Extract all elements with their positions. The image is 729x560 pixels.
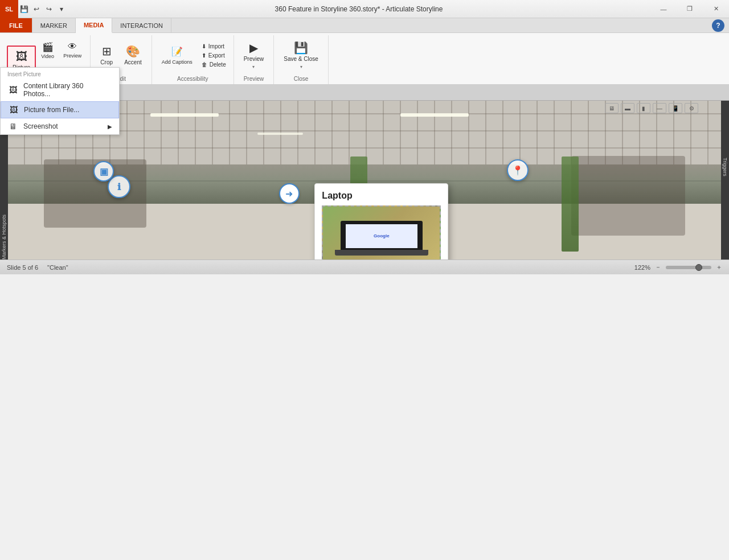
preview-slide-button[interactable]: ▶ Preview ▾ bbox=[239, 37, 269, 75]
laptop-base-display bbox=[335, 250, 428, 256]
ceiling-light-1 bbox=[150, 113, 219, 117]
tab-interaction[interactable]: INTERACTION bbox=[112, 18, 171, 32]
left-panel-label: Markers & Hotspots bbox=[1, 215, 7, 260]
zoom-thumb bbox=[695, 264, 702, 271]
preview-icon: 👁 bbox=[68, 42, 77, 52]
minimize-button[interactable]: — bbox=[650, 0, 677, 18]
settings-icon[interactable]: ⚙ bbox=[685, 103, 698, 113]
preview-group-label: Preview bbox=[244, 75, 264, 83]
phone-portrait-icon[interactable]: 📱 bbox=[669, 103, 682, 113]
slide-info: Slide 5 of 6 bbox=[7, 264, 38, 271]
tab-file[interactable]: FILE bbox=[0, 18, 32, 32]
tab-marker[interactable]: MARKER bbox=[32, 18, 76, 32]
quick-access-toolbar: 💾 ↩ ↪ ▾ bbox=[18, 3, 67, 15]
screenshot-item[interactable]: 🖥 Screenshot ▶ bbox=[1, 118, 119, 134]
accessibility-buttons: 📝 Add Captions ⬇ Import ⬆ Export 🗑 bbox=[157, 36, 229, 75]
delete-icon: 🗑 bbox=[202, 61, 207, 68]
video-button[interactable]: 🎬 Video bbox=[37, 36, 58, 64]
close-button[interactable]: ✕ bbox=[703, 0, 729, 18]
export-icon: ⬆ bbox=[202, 52, 206, 59]
window-title: 360 Feature in Storyline 360.story* - Ar… bbox=[67, 5, 650, 13]
title-bar: SL 💾 ↩ ↪ ▾ 360 Feature in Storyline 360.… bbox=[0, 0, 729, 18]
screenshot-icon: 🖥 bbox=[7, 122, 19, 131]
device-toolbar: 🖥 ▬ ▮ — 📱 ⚙ bbox=[605, 103, 698, 113]
popup-card: Laptop Google Laptops combine all the in… bbox=[314, 183, 448, 260]
add-captions-button[interactable]: 📝 Add Captions bbox=[157, 42, 198, 70]
restore-button[interactable]: ❒ bbox=[677, 0, 703, 18]
insert-picture-dropdown: Insert Picture 🖼 Content Library 360 Pho… bbox=[0, 67, 120, 135]
screenshot-submenu-arrow: ▶ bbox=[108, 123, 112, 130]
delete-caption-button[interactable]: 🗑 Delete bbox=[199, 60, 229, 69]
accessibility-group-label: Accessibility bbox=[177, 75, 208, 83]
preview-button[interactable]: 👁 Preview bbox=[59, 36, 85, 64]
location-icon: 📍 bbox=[512, 165, 523, 176]
accent-button[interactable]: 🎨 Accent bbox=[119, 37, 147, 75]
picture-from-file-icon: 🖼 bbox=[8, 105, 19, 114]
picture-icon: 🖼 bbox=[16, 51, 27, 62]
export-button[interactable]: ⬆ Export bbox=[199, 51, 229, 60]
status-right: 122% － ＋ bbox=[634, 263, 722, 271]
popup-image: Google bbox=[322, 205, 441, 260]
ribbon-group-accessibility: 📝 Add Captions ⬇ Import ⬆ Export 🗑 bbox=[152, 35, 234, 84]
undo-button[interactable]: ↩ bbox=[31, 3, 42, 15]
close-group-buttons: 💾 Save & Close ▾ bbox=[279, 36, 323, 75]
tablet-landscape-icon[interactable]: ▬ bbox=[621, 103, 634, 113]
phone-landscape-icon[interactable]: — bbox=[653, 103, 666, 113]
popup-title: Laptop bbox=[322, 191, 441, 201]
crop-icon: ⊞ bbox=[102, 46, 112, 57]
laptop-screen-display: Google bbox=[346, 224, 417, 248]
dropdown-header: Insert Picture bbox=[1, 68, 119, 79]
monitor-icon[interactable]: 🖥 bbox=[605, 103, 619, 113]
preview-group-buttons: ▶ Preview ▾ bbox=[239, 36, 269, 75]
ceiling-light-2 bbox=[400, 113, 469, 117]
qat-dropdown-button[interactable]: ▾ bbox=[56, 3, 67, 15]
save-close-arrow[interactable]: ▾ bbox=[300, 64, 302, 69]
help-button[interactable]: ? bbox=[712, 19, 724, 32]
close-group-label: Close bbox=[294, 75, 309, 83]
zoom-level: 122% bbox=[634, 264, 650, 271]
accent-icon: 🎨 bbox=[126, 46, 140, 57]
next-arrow-button[interactable]: ➜ bbox=[279, 183, 300, 204]
hotspot-marker[interactable]: ▣ bbox=[93, 161, 114, 182]
zoom-slider[interactable] bbox=[666, 266, 711, 269]
theme-info: "Clean" bbox=[47, 264, 68, 271]
save-close-icon: 💾 bbox=[294, 42, 308, 53]
import-icon: ⬇ bbox=[202, 43, 206, 50]
arrow-right-icon: ➜ bbox=[285, 188, 293, 199]
import-export-group: ⬇ Import ⬆ Export 🗑 Delete bbox=[199, 42, 229, 69]
save-button[interactable]: 💾 bbox=[18, 3, 30, 15]
ribbon-tabs: FILE MARKER MEDIA INTERACTION ? bbox=[0, 18, 729, 33]
picture-from-file-item[interactable]: 🖼 Picture from File... bbox=[1, 101, 119, 118]
preview-slide-icon: ▶ bbox=[249, 42, 258, 53]
right-panel[interactable]: Triggers bbox=[721, 101, 729, 260]
app-icon: SL bbox=[0, 0, 18, 18]
add-captions-icon: 📝 bbox=[171, 46, 183, 57]
window-controls: — ❒ ✕ bbox=[650, 0, 729, 18]
ceiling-light-3 bbox=[257, 133, 303, 135]
tablet-portrait-icon[interactable]: ▮ bbox=[637, 103, 650, 113]
desk-right bbox=[571, 156, 685, 236]
redo-button[interactable]: ↪ bbox=[43, 3, 55, 15]
preview-arrow[interactable]: ▾ bbox=[252, 64, 255, 69]
plant-panel-right bbox=[562, 157, 579, 252]
info-icon: ℹ bbox=[117, 182, 121, 192]
video-icon: 🎬 bbox=[42, 42, 54, 52]
status-bar: Slide 5 of 6 "Clean" 122% － ＋ bbox=[0, 260, 729, 274]
content-library-icon: 🖼 bbox=[7, 85, 19, 94]
save-close-button[interactable]: 💾 Save & Close ▾ bbox=[279, 37, 323, 75]
ribbon-group-close: 💾 Save & Close ▾ Close bbox=[274, 35, 329, 84]
zoom-in-button[interactable]: ＋ bbox=[716, 263, 722, 271]
marker-icon: ▣ bbox=[100, 166, 108, 177]
content-library-item[interactable]: 🖼 Content Library 360 Photos... bbox=[1, 79, 119, 101]
import-button[interactable]: ⬇ Import bbox=[199, 42, 229, 51]
ribbon-group-preview: ▶ Preview ▾ Preview bbox=[234, 35, 275, 84]
right-panel-label: Triggers bbox=[722, 158, 728, 176]
zoom-out-button[interactable]: － bbox=[655, 263, 661, 271]
tab-media[interactable]: MEDIA bbox=[76, 18, 112, 33]
